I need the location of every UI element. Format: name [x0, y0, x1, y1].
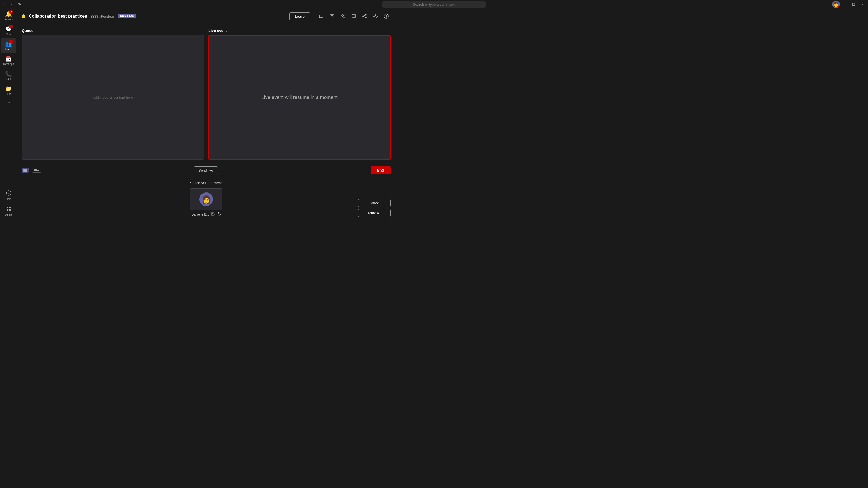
sidebar-label-teams: Teams [5, 48, 12, 51]
live-event-panel: Live event Live event will resume in a m… [208, 29, 391, 160]
sidebar-bottom: ? Help Store [1, 188, 16, 219]
sidebar-label-store: Store [5, 214, 12, 216]
live-event-title: Live event [208, 29, 391, 33]
svg-rect-5 [9, 209, 11, 211]
camera-user-row: Danielle B... [191, 212, 221, 217]
camera-username: Danielle B... [191, 213, 209, 216]
layout-small-rect-icon [37, 170, 39, 171]
nav-forward-button[interactable]: › [8, 1, 14, 8]
toolbar-chat-icon[interactable] [349, 12, 358, 21]
svg-point-9 [341, 14, 343, 16]
svg-rect-4 [6, 209, 8, 211]
toolbar-attendees-icon[interactable] [339, 12, 347, 21]
content-area: Queue Add video or content here Live eve… [18, 24, 395, 221]
share-button[interactable]: Share [358, 199, 391, 207]
sidebar-item-help[interactable]: ? Help [1, 188, 16, 203]
share-camera-section: Share your camera 👩 Danielle B... [18, 176, 395, 221]
svg-rect-2 [6, 206, 8, 208]
meetings-icon: 📅 [5, 56, 12, 62]
mute-all-button[interactable]: Mute all [358, 209, 391, 217]
compose-button[interactable]: ✎ [16, 1, 24, 8]
bottom-controls: Send live End [18, 164, 395, 176]
sidebar-label-meetings: Meetings [3, 63, 14, 66]
sidebar-label-activity: Activity [4, 18, 13, 21]
share-actions: Share Mute all [358, 199, 391, 217]
panels-row: Queue Add video or content here Live eve… [18, 24, 395, 164]
layout-split-button[interactable] [32, 168, 41, 173]
status-dot [22, 14, 26, 18]
main-content: Collaboration best practices 3333 attend… [18, 0, 395, 221]
toolbar-participants-icon[interactable] [317, 12, 326, 21]
event-header: Collaboration best practices 3333 attend… [18, 9, 395, 24]
sidebar-label-chat: Chat [6, 33, 11, 36]
chat-badge: 1 [9, 25, 13, 29]
toolbar-qa-icon[interactable]: ? [328, 12, 336, 21]
titlebar-left: ‹ › ✎ [0, 1, 24, 8]
layout-rect-icon [23, 169, 27, 172]
svg-point-14 [375, 15, 376, 17]
sidebar-label-files: Files [6, 93, 11, 95]
sidebar-item-meetings[interactable]: 📅 Meetings [1, 54, 16, 68]
queue-panel: Queue Add video or content here [22, 29, 204, 160]
sidebar-label-calls: Calls [5, 77, 11, 80]
layout-single-button[interactable] [22, 168, 29, 173]
toolbar-info-icon[interactable] [382, 12, 391, 21]
nav-back-button[interactable]: ‹ [2, 1, 8, 8]
more-icon: ··· [8, 100, 9, 105]
svg-point-11 [365, 14, 367, 15]
files-icon: 📁 [5, 86, 12, 92]
sidebar-item-activity[interactable]: 🔔 2 Activity [1, 9, 16, 23]
camera-area: 👩 Danielle B... [190, 188, 222, 217]
camera-avatar: 👩 [199, 193, 213, 206]
chat-icon: 💬 1 [5, 26, 12, 32]
attendees-count: 3333 attendees [90, 14, 115, 19]
nav-buttons: ‹ › [2, 1, 14, 8]
layout-main-rect-icon [34, 169, 37, 171]
sidebar-item-more[interactable]: ··· [1, 98, 16, 107]
svg-text:?: ? [8, 191, 9, 195]
send-live-button[interactable]: Send live [194, 166, 218, 174]
svg-point-12 [363, 16, 364, 17]
queue-video-area[interactable]: Add video or content here [22, 35, 204, 160]
leave-button[interactable]: Leave [289, 12, 310, 20]
sidebar-label-help: Help [6, 198, 11, 201]
svg-rect-17 [218, 212, 220, 214]
svg-text:?: ? [331, 15, 333, 18]
end-button[interactable]: End [371, 166, 391, 174]
activity-badge: 2 [9, 10, 13, 13]
camera-mic-icon [218, 212, 221, 217]
store-icon [6, 206, 11, 213]
search-input[interactable] [382, 1, 395, 8]
queue-title: Queue [22, 29, 204, 33]
teams-badge: 1 [9, 40, 13, 43]
live-event-message: Live event will resume in a moment [261, 95, 337, 100]
svg-rect-3 [9, 206, 11, 208]
camera-preview: 👩 [190, 188, 222, 210]
toolbar-icons: ? [314, 12, 391, 21]
sidebar: 🔔 2 Activity 💬 1 Chat 👥 1 Teams 📅 Meetin… [0, 0, 18, 221]
sidebar-item-store[interactable]: Store [1, 204, 16, 219]
svg-point-13 [365, 17, 367, 18]
calls-icon: 📞 [5, 70, 12, 77]
share-camera-title: Share your camera [190, 181, 222, 185]
queue-placeholder-text: Add video or content here [93, 95, 133, 99]
titlebar: ‹ › ✎ 👩 — ☐ ✕ [0, 0, 395, 9]
event-title: Collaboration best practices [29, 14, 87, 19]
sidebar-item-files[interactable]: 📁 Files [1, 83, 16, 98]
help-icon: ? [6, 190, 11, 197]
toolbar-settings-icon[interactable] [371, 12, 380, 21]
svg-rect-6 [319, 15, 323, 18]
teams-icon: 👥 1 [5, 41, 12, 47]
svg-point-10 [343, 14, 344, 16]
sidebar-item-chat[interactable]: 💬 1 Chat [1, 24, 16, 38]
toolbar-share-icon[interactable] [360, 12, 369, 21]
sidebar-item-calls[interactable]: 📞 Calls [1, 68, 16, 83]
search-area[interactable] [382, 1, 395, 8]
pre-live-badge: PRE-LIVE [118, 14, 136, 19]
camera-video-icon [211, 212, 215, 216]
sidebar-item-teams[interactable]: 👥 1 Teams [1, 38, 16, 53]
live-event-video-area: Live event will resume in a moment [208, 35, 391, 160]
activity-icon: 🔔 2 [5, 11, 12, 18]
